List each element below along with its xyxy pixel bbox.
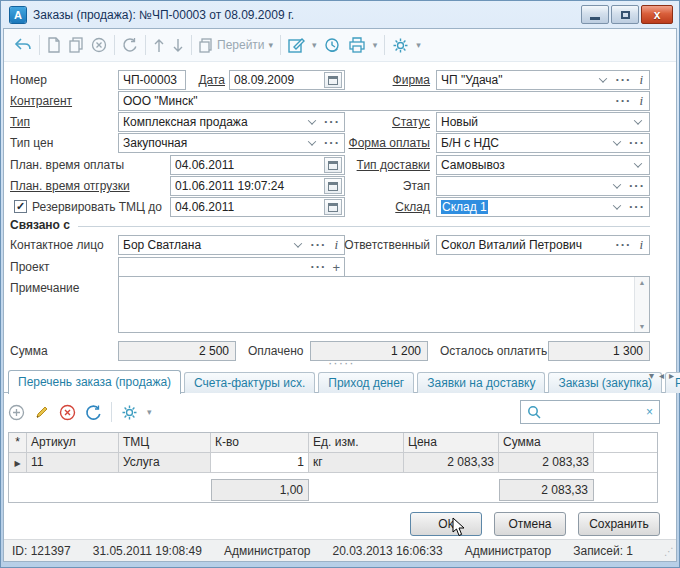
responsible-input[interactable]: Сокол Виталий Петрович ··· i <box>436 235 650 255</box>
calendar-button[interactable] <box>324 199 342 215</box>
tab-purchase-orders[interactable]: Заказы (закупка) <box>548 372 662 393</box>
table-row[interactable]: ▶ 11 Услуга 1 кг 2 083,33 2 083,33 <box>9 453 657 473</box>
chevron-down-icon[interactable] <box>294 239 302 247</box>
cell-artikul[interactable]: 11 <box>27 453 119 473</box>
cell-price[interactable]: 2 083,33 <box>404 453 499 473</box>
refresh-button[interactable] <box>122 37 138 53</box>
chevron-down-icon[interactable] <box>308 137 316 145</box>
planned-shipment-input[interactable]: 01.06.2011 19:07:24 <box>170 176 345 196</box>
new-document-button[interactable] <box>47 37 61 53</box>
delivery-type-combobox[interactable]: Самовывоз <box>436 155 650 175</box>
chevron-down-icon[interactable] <box>634 159 642 167</box>
print-menu-button[interactable] <box>348 37 366 53</box>
calendar-button[interactable] <box>324 157 342 173</box>
ellipsis-button[interactable]: ··· <box>629 181 645 191</box>
tab-invoices[interactable]: Счета-фактуры исх. <box>184 372 315 393</box>
planned-shipment-label[interactable]: План. время отгрузки <box>10 176 130 196</box>
back-button[interactable] <box>14 37 32 53</box>
type-combobox[interactable]: Комплексная продажа ··· <box>118 112 345 132</box>
calendar-button[interactable] <box>324 72 342 88</box>
date-input[interactable]: 08.09.2009 <box>229 70 345 90</box>
search-input[interactable]: × <box>520 400 660 424</box>
counterparty-label[interactable]: Контрагент <box>10 91 72 111</box>
save-button[interactable]: Сохранить <box>578 512 660 536</box>
move-up-button[interactable] <box>153 38 165 53</box>
column-header-price[interactable]: Цена <box>404 433 499 453</box>
chevron-down-icon[interactable]: ▾ <box>416 41 421 50</box>
notes-scrollbar[interactable]: ▲ ▼ <box>634 277 649 332</box>
minimize-button[interactable] <box>581 5 609 24</box>
date-label[interactable]: Дата <box>180 70 225 90</box>
clear-search-icon[interactable]: × <box>646 405 653 419</box>
info-button[interactable]: i <box>639 72 643 88</box>
move-down-button[interactable] <box>172 38 184 53</box>
chevron-down-icon[interactable] <box>613 180 621 188</box>
scroll-up-icon[interactable]: ▲ <box>639 279 646 286</box>
edit-row-button[interactable] <box>34 404 50 420</box>
firm-label[interactable]: Фирма <box>350 70 430 90</box>
splitter-handle[interactable]: ····· <box>328 355 355 370</box>
reserve-checkbox[interactable]: ✓ <box>14 200 27 213</box>
column-header-qty[interactable]: К-во <box>211 433 309 453</box>
tab-menu-icon[interactable]: ▾ <box>649 370 654 381</box>
add-row-button[interactable] <box>8 404 25 421</box>
ellipsis-button[interactable]: ··· <box>615 96 631 106</box>
type-label[interactable]: Тип <box>10 112 30 132</box>
chevron-down-icon[interactable] <box>599 74 607 82</box>
tab-order-items[interactable]: Перечень заказа (продажа) <box>8 370 181 394</box>
status-combobox[interactable]: Новый <box>436 112 650 132</box>
ok-button[interactable]: Ok <box>410 512 482 536</box>
resize-grip[interactable]: ⋰ <box>664 546 674 557</box>
contact-combobox[interactable]: Бор Сватлана ··· i <box>118 235 345 255</box>
info-button[interactable]: i <box>639 237 643 253</box>
settings-gear-button[interactable] <box>392 37 409 54</box>
chevron-down-icon[interactable] <box>613 137 621 145</box>
cell-qty[interactable]: 1 <box>211 453 309 473</box>
column-header-unit[interactable]: Ед. изм. <box>309 433 404 453</box>
chevron-down-icon[interactable]: ▾ <box>373 41 378 50</box>
payment-form-combobox[interactable]: Б/Н с НДС ··· <box>436 133 650 153</box>
titlebar[interactable]: A Заказы (продажа): №ЧП-00003 от 08.09.2… <box>3 2 677 27</box>
delete-row-button[interactable] <box>59 404 76 421</box>
tab-scroll-right-icon[interactable]: ▸ <box>669 370 674 381</box>
history-clock-button[interactable] <box>324 37 341 54</box>
cancel-button[interactable]: Отмена <box>494 512 566 536</box>
tab-scroll-left-icon[interactable]: ◂ <box>659 370 664 381</box>
ellipsis-button[interactable]: ··· <box>615 75 631 85</box>
column-header-sum[interactable]: Сумма <box>499 433 594 453</box>
calendar-button[interactable] <box>324 178 342 194</box>
add-button[interactable]: + <box>332 260 340 275</box>
warehouse-combobox[interactable]: Склад 1 ··· <box>436 197 650 217</box>
chevron-down-icon[interactable]: ▾ <box>312 41 317 50</box>
status-label[interactable]: Статус <box>350 112 430 132</box>
stage-combobox[interactable]: ··· <box>436 176 650 196</box>
info-button[interactable]: i <box>639 93 643 109</box>
cell-tmc[interactable]: Услуга <box>119 453 211 473</box>
delete-button[interactable] <box>91 37 107 53</box>
maximize-button[interactable] <box>611 5 639 24</box>
ellipsis-button[interactable]: ··· <box>324 117 340 127</box>
close-button[interactable]: x <box>641 5 673 24</box>
scroll-down-icon[interactable]: ▼ <box>639 323 646 330</box>
ellipsis-button[interactable]: ··· <box>629 138 645 148</box>
cell-unit[interactable]: кг <box>309 453 404 473</box>
ellipsis-button[interactable]: ··· <box>615 240 631 250</box>
ellipsis-button[interactable]: ··· <box>310 262 326 272</box>
warehouse-label[interactable]: Склад <box>350 197 430 217</box>
ellipsis-button[interactable]: ··· <box>310 240 326 250</box>
notes-textarea[interactable]: ▲ ▼ <box>118 276 650 333</box>
number-input[interactable]: ЧП-00003 <box>118 70 186 90</box>
price-type-combobox[interactable]: Закупочная ··· <box>118 133 345 153</box>
project-input[interactable]: ··· + <box>118 257 345 277</box>
chevron-down-icon[interactable] <box>308 116 316 124</box>
grid-corner[interactable]: * <box>9 433 27 453</box>
grid-settings-button[interactable] <box>121 404 138 421</box>
cell-sum[interactable]: 2 083,33 <box>499 453 594 473</box>
reserve-date-input[interactable]: 04.06.2011 <box>170 197 345 217</box>
chevron-down-icon[interactable] <box>634 116 642 124</box>
chevron-down-icon[interactable]: ▾ <box>147 408 152 417</box>
copy-button[interactable] <box>68 37 84 53</box>
refresh-grid-button[interactable] <box>85 404 102 421</box>
firm-combobox[interactable]: ЧП "Удача" ··· i <box>436 70 650 90</box>
delivery-type-label[interactable]: Тип доставки <box>350 155 430 175</box>
